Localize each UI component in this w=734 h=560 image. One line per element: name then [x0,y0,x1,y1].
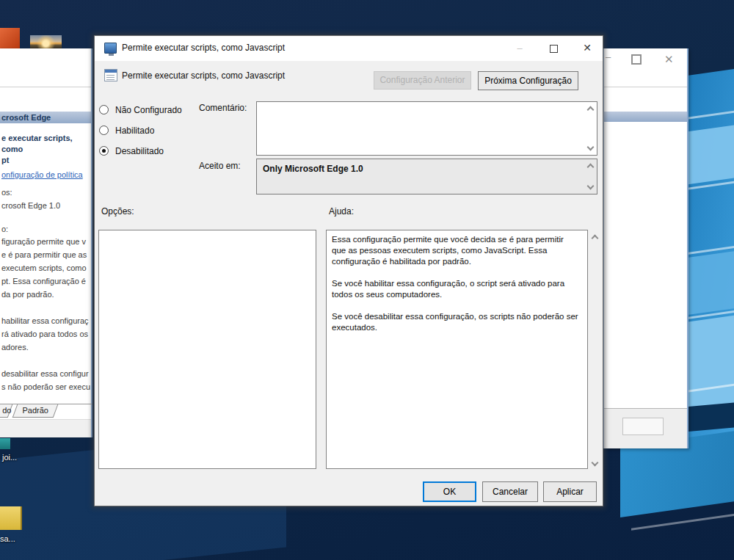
minimize-icon[interactable]: – [503,36,537,60]
policy-setting-icon [104,69,117,81]
help-text: Essa configuração permite que você decid… [332,234,580,333]
comment-label: Comentário: [199,103,247,113]
radio-dot [102,149,106,153]
gpedit-setting-header: crosoft Edge [0,112,91,123]
options-panel [98,230,316,469]
desktop-icon-photo[interactable] [30,35,62,49]
desktop-icon-teal[interactable] [0,438,10,449]
supported-on-box: Only Microsoft Edge 1.0 [256,159,597,194]
radio-circle [99,126,109,135]
gpedit-column-header-band [604,112,687,122]
scroll-down-icon[interactable] [587,183,595,190]
help-panel: Essa configuração permite que você decid… [326,230,588,469]
ok-button[interactable]: OK [423,481,476,502]
dialog-titlebar: Permite executar scripts, como Javascrip… [95,36,603,61]
comment-box [256,101,597,156]
desktop-icon-label[interactable]: sa... [0,534,15,543]
maximize-icon[interactable] [537,36,570,60]
apply-button[interactable]: Aplicar [543,481,597,502]
gpedit-titlebar: – ✕ [604,48,687,87]
gpedit-window-right-sliver: – ✕ [603,48,688,448]
previous-setting-button[interactable]: Configuração Anterior [374,71,471,90]
gpedit-toolbar-area [0,48,91,87]
scroll-down-icon[interactable] [592,459,599,467]
gpedit-description-label: o: [1,225,92,233]
tab-padrao[interactable]: Padrão [12,404,59,418]
scroll-up-icon[interactable] [587,106,595,114]
radio-circle [99,105,109,114]
gpedit-requirements-label: os: [1,188,92,197]
scroll-up-icon[interactable] [587,164,595,171]
radio-circle [99,146,109,156]
minimize-icon[interactable]: – [606,51,611,62]
gpedit-statusbar [0,419,91,437]
gpedit-description-text: figuração permite que v e é para permiti… [1,235,92,404]
close-icon[interactable]: ✕ [570,36,604,60]
policy-setting-title: Permite executar scripts, como Javascrip… [122,70,285,81]
gpedit-bottom-bar [604,408,687,448]
tab-estendido[interactable]: do [0,404,12,418]
close-icon[interactable]: ✕ [664,53,674,66]
supported-on-label: Aceito em: [199,161,241,171]
desktop-icon-label[interactable]: joi... [2,453,17,462]
scroll-up-icon[interactable] [592,235,599,242]
desktop-icon-folder[interactable] [0,506,22,530]
next-setting-button[interactable]: Próxima Configuração [478,71,578,90]
policy-dialog-icon [104,43,117,54]
gpedit-bottom-button[interactable] [622,418,664,435]
desktop-icon-powerpoint[interactable] [0,28,20,48]
help-label: Ajuda: [329,206,354,217]
dialog-title: Permite executar scripts, como Javascrip… [122,36,285,60]
supported-on-value: Only Microsoft Edge 1.0 [263,164,363,174]
gpedit-edit-policy-link[interactable]: onfiguração de política [1,170,92,179]
scroll-down-icon[interactable] [587,144,595,151]
maximize-icon[interactable] [631,54,642,65]
comment-textarea[interactable] [258,103,581,153]
gpedit-setting-title: e executar scripts, como pt [1,133,92,166]
policy-setting-dialog: Permite executar scripts, como Javascrip… [94,35,603,506]
options-label: Opções: [101,206,134,217]
gpedit-requirements-value: crosoft Edge 1.0 [1,201,92,210]
screen: joi... sa... crosoft Edge e executar scr… [0,0,734,560]
cancel-button[interactable]: Cancelar [482,481,538,502]
gpedit-window-left-pane: crosoft Edge e executar scripts, como pt… [0,48,92,437]
